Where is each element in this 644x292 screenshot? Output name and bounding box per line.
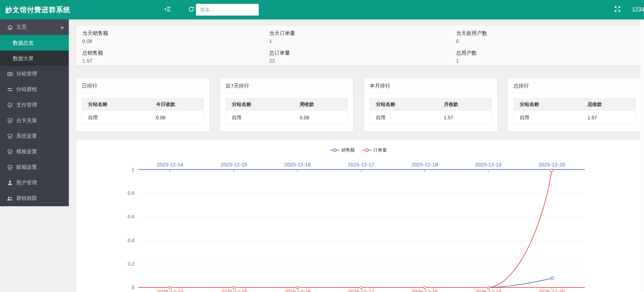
sidebar-item-system-settings[interactable]: 系统设置 bbox=[0, 128, 69, 144]
search-input[interactable] bbox=[196, 4, 259, 16]
stat-value: 0.08 bbox=[82, 37, 263, 46]
refresh-button[interactable] bbox=[185, 0, 197, 19]
sidebar-item-home[interactable]: 主页 bbox=[0, 19, 69, 35]
sidebar-item-label: 分站管理 bbox=[16, 71, 37, 77]
subitem-label: 数据大屏 bbox=[13, 55, 34, 61]
sidebar-item-label: 系统设置 bbox=[16, 133, 37, 139]
stat-value: 1.57 bbox=[82, 57, 263, 66]
svg-text:0: 0 bbox=[132, 285, 134, 290]
stat-label: 当天订单量 bbox=[269, 29, 450, 37]
home-submenu: 数据总览 数据大屏 bbox=[0, 35, 69, 66]
menu-fold-icon bbox=[164, 7, 171, 13]
sidebar-item-label: 点卡充值 bbox=[16, 117, 37, 124]
svg-text:2025-12-20: 2025-12-20 bbox=[539, 162, 565, 167]
rank-table: 分站名称 月收款 自用 1.57 bbox=[370, 98, 492, 125]
shield-check-icon bbox=[7, 118, 13, 124]
rank-cell-amount: 1.57 bbox=[582, 111, 635, 125]
rank-card-daily: 日排行 分站名称 今日收款 自用 0.08 bbox=[76, 78, 209, 131]
rank-table: 分站名称 今日收款 自用 0.08 bbox=[82, 98, 204, 125]
bottom-x-axis-labels: 2025-12-14 2025-12-15 2025-12-16 2025-12… bbox=[157, 289, 565, 292]
sidebar-item-card-recharge[interactable]: 点卡充值 bbox=[0, 113, 69, 128]
subitem-label: 数据总览 bbox=[13, 40, 34, 46]
refresh-icon bbox=[188, 6, 194, 13]
sidebar-subitem-data-screen[interactable]: 数据大屏 bbox=[0, 51, 69, 66]
rank-col-amount: 今日收款 bbox=[150, 99, 204, 111]
fullscreen-icon bbox=[615, 6, 620, 13]
svg-text:2025-12-20: 2025-12-20 bbox=[539, 289, 565, 292]
rank-card-total: 总排行 分站名称 总收款 自用 1.57 bbox=[508, 78, 641, 131]
rank-table: 分站名称 总收款 自用 1.57 bbox=[513, 98, 635, 125]
gridlines bbox=[138, 193, 585, 264]
rank-cell-site: 自用 bbox=[82, 111, 150, 125]
svg-text:0.4: 0.4 bbox=[128, 238, 135, 243]
collapse-sidebar-button[interactable] bbox=[162, 0, 173, 19]
sidebar-item-mail-settings[interactable]: 邮箱设置 bbox=[0, 159, 69, 175]
svg-text:2025-12-15: 2025-12-15 bbox=[221, 289, 247, 292]
stat-label: 总订单量 bbox=[269, 49, 450, 57]
stat-label: 总销售额 bbox=[82, 49, 263, 57]
rank-col-amount: 总收款 bbox=[582, 99, 635, 111]
line-chart: 2025-12-14 2025-12-15 2025-12-16 2025-12… bbox=[76, 140, 641, 292]
shield-check-icon bbox=[7, 133, 13, 139]
rank-col-amount: 周收款 bbox=[294, 99, 348, 111]
sidebar-item-label: 分站群组 bbox=[16, 86, 37, 93]
fullscreen-button[interactable] bbox=[612, 0, 623, 19]
rank-cell-amount: 0.08 bbox=[294, 111, 348, 125]
top-x-axis-labels: 2025-12-14 2025-12-15 2025-12-16 2025-12… bbox=[157, 162, 565, 167]
sales-markers bbox=[551, 277, 554, 280]
svg-text:2025-12-17: 2025-12-17 bbox=[348, 289, 375, 292]
svg-text:2025-12-17: 2025-12-17 bbox=[348, 162, 375, 167]
sidebar-item-group-permissions[interactable]: 群组权限 bbox=[0, 191, 69, 206]
rank-cell-site: 自用 bbox=[370, 111, 438, 125]
stat-value: 22 bbox=[269, 57, 450, 66]
y-axis-labels: 1 0.8 0.6 0.4 0.2 0 bbox=[128, 167, 135, 290]
sidebar-item-label: 模板设置 bbox=[16, 148, 37, 155]
rank-col-site-name: 分站名称 bbox=[226, 99, 294, 111]
rank-col-site-name: 分站名称 bbox=[514, 99, 582, 111]
stat-value: 1 bbox=[269, 37, 450, 46]
rank-row: 自用 0.08 bbox=[226, 111, 348, 125]
orders-markers bbox=[169, 169, 553, 289]
sidebar-item-label: 主页 bbox=[16, 24, 27, 30]
svg-text:0.8: 0.8 bbox=[128, 190, 135, 196]
shield-check-icon bbox=[7, 102, 13, 108]
rank-row: 自用 1.57 bbox=[514, 111, 635, 125]
sidebar-item-label: 用户管理 bbox=[16, 180, 37, 186]
sidebar-subitem-data-overview[interactable]: 数据总览 bbox=[0, 35, 69, 51]
rank-card-title: 总排行 bbox=[508, 78, 641, 93]
rank-row: 自用 0.08 bbox=[82, 111, 204, 125]
sidebar-item-user-management[interactable]: 用户管理 bbox=[0, 175, 69, 191]
sliders-icon bbox=[7, 86, 13, 92]
orders-line bbox=[170, 170, 552, 288]
stats-col-sales: 当天销售额 0.08 总销售额 1.57 bbox=[76, 26, 263, 66]
sidebar-item-template-settings[interactable]: 模板设置 bbox=[0, 144, 69, 159]
svg-text:2025-12-18: 2025-12-18 bbox=[411, 162, 438, 167]
username[interactable]: 12345 bbox=[632, 0, 644, 19]
rank-cell-amount: 1.57 bbox=[438, 111, 492, 125]
rank-cell-site: 自用 bbox=[514, 111, 582, 125]
svg-text:2025-12-14: 2025-12-14 bbox=[157, 162, 183, 167]
stat-label: 当天新用户数 bbox=[456, 29, 637, 37]
sidebar-item-label: 支付管理 bbox=[16, 102, 37, 108]
sidebar: 主页 数据总览 数据大屏 分站管理 分站群组 bbox=[0, 19, 69, 206]
stats-col-users: 当天新用户数 0 总用户数 1 bbox=[450, 26, 637, 66]
svg-text:2025-12-19: 2025-12-19 bbox=[475, 289, 502, 292]
sidebar-item-payment[interactable]: 支付管理 bbox=[0, 97, 69, 113]
scrollbar-track[interactable] bbox=[641, 19, 644, 292]
sidebar-item-site-groups[interactable]: 分站群组 bbox=[0, 82, 69, 97]
svg-text:2025-12-19: 2025-12-19 bbox=[475, 162, 502, 167]
rank-col-site-name: 分站名称 bbox=[82, 99, 150, 111]
columns-icon bbox=[7, 71, 13, 77]
svg-text:2025-12-16: 2025-12-16 bbox=[284, 162, 311, 167]
sidebar-item-site-management[interactable]: 分站管理 bbox=[0, 66, 69, 82]
stats-panel: 当天销售额 0.08 总销售额 1.57 当天订单量 1 总订单量 22 当天新… bbox=[76, 26, 641, 66]
shield-check-icon bbox=[7, 149, 13, 155]
users-icon bbox=[7, 195, 13, 201]
stat-label: 当天销售额 bbox=[82, 29, 263, 37]
stat-label: 总用户数 bbox=[456, 49, 637, 57]
svg-text:1: 1 bbox=[132, 167, 134, 172]
rank-card-week: 近7天排行 分站名称 周收款 自用 0.08 bbox=[220, 78, 353, 131]
rank-cell-site: 自用 bbox=[226, 111, 294, 125]
home-icon bbox=[7, 24, 13, 30]
app-title: 妙文馆付费进群系统 bbox=[5, 0, 70, 19]
